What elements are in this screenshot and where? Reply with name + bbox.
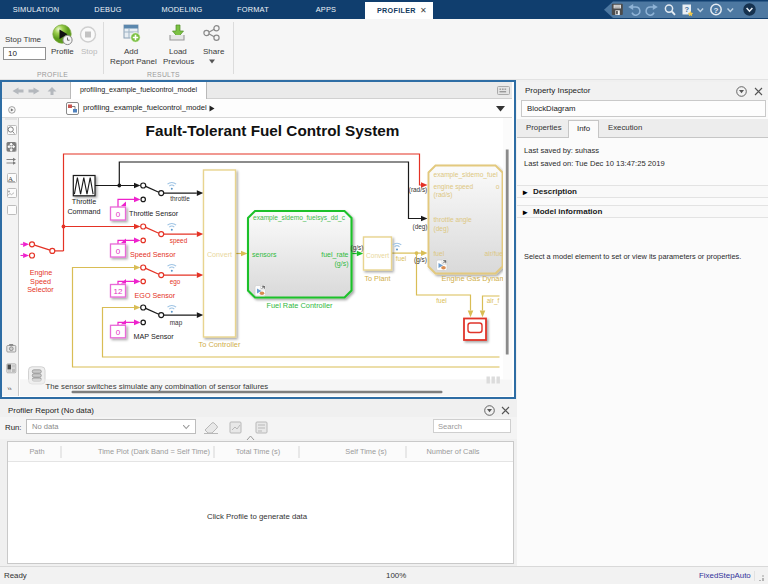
- svg-text:»: »: [7, 384, 12, 390]
- svg-text:throttle angle: throttle angle: [433, 216, 471, 224]
- svg-text:sensors: sensors: [252, 251, 277, 258]
- svg-text:air_f: air_f: [486, 297, 499, 305]
- svg-text:Fuel Rate Controller: Fuel Rate Controller: [266, 301, 333, 310]
- svg-text:MAP Sensor: MAP Sensor: [133, 332, 174, 341]
- svg-text:throttle: throttle: [170, 195, 190, 202]
- svg-text:0: 0: [115, 328, 120, 337]
- svg-text:The sensor switches simulate a: The sensor switches simulate any combina…: [45, 382, 268, 391]
- svg-text:example_sldemo_fuelsys_dd_c: example_sldemo_fuelsys_dd_c: [253, 214, 346, 222]
- svg-text:(g/s): (g/s): [350, 244, 363, 252]
- svg-text:(deg): (deg): [433, 225, 448, 233]
- svg-text:(rad/s): (rad/s): [408, 186, 426, 194]
- svg-text:speed: speed: [169, 237, 187, 245]
- svg-text:map: map: [169, 319, 182, 327]
- svg-text:o: o: [495, 183, 499, 190]
- svg-text:12: 12: [113, 287, 122, 296]
- svg-text:fuel: fuel: [433, 250, 444, 257]
- svg-text:Throttle: Throttle: [71, 197, 95, 206]
- svg-text:example_sldemo_fuel: example_sldemo_fuel: [433, 171, 498, 179]
- svg-text:fuel_rate: fuel_rate: [321, 251, 348, 259]
- svg-text:Speed Sensor: Speed Sensor: [130, 250, 176, 259]
- svg-text:0: 0: [115, 247, 120, 256]
- svg-text:To Controller: To Controller: [198, 340, 240, 349]
- svg-text:engine speed: engine speed: [433, 183, 473, 191]
- svg-text:fuel: fuel: [395, 255, 405, 262]
- svg-text:(rad/s): (rad/s): [433, 191, 452, 199]
- svg-text:Engine Gas Dynamics: Engine Gas Dynamics: [441, 274, 512, 283]
- svg-text:(g/s): (g/s): [414, 256, 427, 264]
- svg-text:EGO Sensor: EGO Sensor: [134, 291, 175, 300]
- svg-text:Convert: Convert: [206, 250, 231, 259]
- svg-text:Throttle Sensor: Throttle Sensor: [129, 209, 179, 218]
- svg-text:(deg): (deg): [412, 223, 427, 231]
- svg-text:Selector: Selector: [27, 285, 54, 294]
- svg-text:0: 0: [115, 210, 120, 219]
- svg-text:Fault-Tolerant Fuel Control Sy: Fault-Tolerant Fuel Control System: [145, 122, 399, 139]
- svg-text:fuel: fuel: [436, 297, 446, 304]
- svg-text:To Plant: To Plant: [364, 274, 390, 283]
- svg-text:?: ?: [685, 5, 690, 14]
- svg-text:ego: ego: [169, 278, 180, 286]
- svg-text:(g/s): (g/s): [334, 260, 348, 268]
- svg-text:?: ?: [714, 6, 719, 15]
- svg-text:Convert: Convert: [365, 252, 388, 259]
- svg-text:Command: Command: [67, 207, 100, 216]
